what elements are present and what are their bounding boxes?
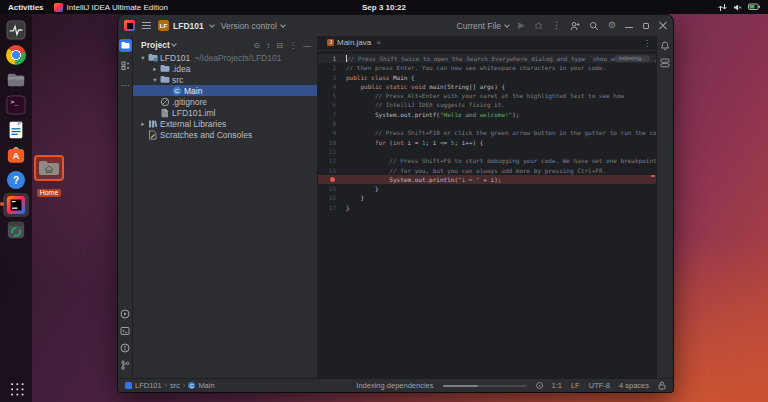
tree-item-lfd101[interactable]: ▾LFD101~/IdeaProjects/LFD101: [133, 52, 317, 63]
close-button[interactable]: [659, 22, 667, 30]
code-line-12[interactable]: 12 // Press Shift+F9 to start debugging …: [318, 156, 656, 165]
line-number[interactable]: 17: [318, 203, 340, 212]
tree-item-main[interactable]: CMain: [133, 85, 317, 96]
notifications-bell-icon[interactable]: [660, 41, 670, 51]
desktop-home-folder[interactable]: Home: [33, 155, 65, 199]
commit-tool-button[interactable]: [119, 59, 132, 72]
tree-item--idea[interactable]: ▸.idea: [133, 63, 317, 74]
hide-panel-icon[interactable]: —: [303, 41, 311, 50]
code-line-4[interactable]: 4 public static void main(String[] args)…: [318, 82, 656, 91]
git-branch-icon[interactable]: [119, 358, 132, 371]
line-number[interactable]: 4: [318, 82, 340, 91]
line-number[interactable]: 16: [318, 193, 340, 202]
line-number[interactable]: 6: [318, 100, 340, 109]
line-number[interactable]: 8: [318, 119, 340, 128]
dock-item-app-center[interactable]: A: [3, 143, 29, 167]
dock-item-terminal[interactable]: >_: [3, 93, 29, 117]
expanded-arrow-icon[interactable]: ▾: [139, 54, 147, 62]
terminal-tool-button[interactable]: [119, 324, 132, 337]
code-line-1[interactable]: 1// Press Shift twice to open the Search…: [318, 54, 656, 63]
line-number[interactable]: 10: [318, 138, 340, 147]
dock-item-libreoffice-writer[interactable]: [3, 118, 29, 142]
expand-icon[interactable]: ↕: [266, 41, 270, 50]
clock-button[interactable]: Sep 3 10:22: [0, 3, 768, 12]
code-line-8[interactable]: 8: [318, 119, 656, 128]
code-line-10[interactable]: 10 for (int i = 1; i <= 5; i++) {: [318, 138, 656, 147]
locate-file-icon[interactable]: ⊙: [254, 41, 261, 50]
code-line-11[interactable]: 11: [318, 147, 656, 156]
code-with-me-icon[interactable]: [570, 21, 580, 31]
code-line-14[interactable]: System.out.println("i = " + i);: [318, 175, 656, 184]
tree-item-scratches-and-consoles[interactable]: Scratches and Consoles: [133, 129, 317, 140]
line-number[interactable]: 13: [318, 166, 340, 175]
collapse-all-icon[interactable]: ⊟: [276, 41, 283, 50]
tab-main-java[interactable]: J Main.java ×: [323, 36, 385, 50]
indent-setting[interactable]: 4 spaces: [619, 381, 649, 390]
project-tool-button[interactable]: [119, 39, 132, 52]
tree-item-external-libraries[interactable]: ▸External Libraries: [133, 118, 317, 129]
tab-options-icon[interactable]: ⋮: [643, 39, 651, 48]
file-encoding[interactable]: UTF-8: [589, 381, 610, 390]
pause-indexing-icon[interactable]: [536, 382, 543, 389]
database-icon[interactable]: [660, 58, 670, 68]
dock-item-intellij-idea[interactable]: [3, 193, 29, 217]
code-line-6[interactable]: 6 // IntelliJ IDEA suggests fixing it.: [318, 100, 656, 109]
breakpoint-gutter[interactable]: [318, 175, 340, 184]
more-actions-icon[interactable]: ⋮: [552, 21, 561, 30]
run-config-selector[interactable]: Current File: [457, 21, 509, 31]
breadcrumb-main[interactable]: Main: [198, 381, 214, 390]
code-line-16[interactable]: 16 }: [318, 193, 656, 202]
line-number[interactable]: 1: [318, 54, 340, 63]
expanded-arrow-icon[interactable]: ▾: [151, 76, 159, 84]
collapsed-arrow-icon[interactable]: ▸: [151, 65, 159, 73]
tree-item--gitignore[interactable]: .gitignore: [133, 96, 317, 107]
tree-item-lfd101-iml[interactable]: LFD101.iml: [133, 107, 317, 118]
code-line-3[interactable]: 3public class Main {: [318, 73, 656, 82]
code-line-7[interactable]: 7 System.out.printf("Hello and welcome!"…: [318, 110, 656, 119]
project-widget[interactable]: LF LFD101: [158, 20, 214, 31]
main-menu-icon[interactable]: [142, 22, 151, 29]
breakpoint-dot[interactable]: [330, 177, 335, 182]
run-tool-button[interactable]: [119, 307, 132, 320]
code-line-5[interactable]: 5 // Press Alt+Enter with your caret at …: [318, 91, 656, 100]
panel-options-icon[interactable]: ⋮: [289, 41, 297, 50]
system-tray[interactable]: [718, 3, 768, 12]
file-writable-icon[interactable]: [658, 381, 666, 390]
tree-item-src[interactable]: ▾src: [133, 74, 317, 85]
line-number[interactable]: 11: [318, 147, 340, 156]
problems-tool-button[interactable]: [119, 341, 132, 354]
dock-item-software-updater[interactable]: [3, 218, 29, 242]
more-tool-windows-icon[interactable]: ⋯: [119, 79, 132, 92]
dock-item-chrome[interactable]: [3, 43, 29, 67]
line-number[interactable]: 5: [318, 91, 340, 100]
dock-item-files[interactable]: [3, 68, 29, 92]
code-line-17[interactable]: 17}: [318, 203, 656, 212]
breadcrumb-src[interactable]: src: [170, 381, 180, 390]
line-number[interactable]: 9: [318, 128, 340, 137]
collapsed-arrow-icon[interactable]: ▸: [139, 120, 147, 128]
code-line-15[interactable]: 15 }: [318, 184, 656, 193]
vcs-widget[interactable]: Version control: [221, 21, 285, 31]
search-icon[interactable]: [589, 21, 599, 31]
breadcrumb-project[interactable]: LFD101: [135, 381, 162, 390]
show-apps-button[interactable]: [9, 381, 24, 396]
line-number[interactable]: 15: [318, 184, 340, 193]
line-number[interactable]: 12: [318, 156, 340, 165]
close-tab-icon[interactable]: ×: [376, 38, 381, 47]
code-line-2[interactable]: 2// then press Enter. You can now see wh…: [318, 63, 656, 72]
line-number[interactable]: 2: [318, 63, 340, 72]
code-line-9[interactable]: 9 // Press Shift+F10 or click the green …: [318, 128, 656, 137]
line-number[interactable]: 7: [318, 110, 340, 119]
code-line-13[interactable]: 13 // for you, but you can always add mo…: [318, 166, 656, 175]
project-panel-title[interactable]: Project: [141, 40, 170, 50]
maximize-button[interactable]: [642, 22, 650, 30]
dock-item-help[interactable]: ?: [3, 168, 29, 192]
dock-item-system-monitor[interactable]: [3, 18, 29, 42]
run-button[interactable]: ▶: [518, 21, 525, 30]
code-editor[interactable]: 1// Press Shift twice to open the Search…: [318, 51, 656, 378]
line-number[interactable]: 3: [318, 73, 340, 82]
caret-position[interactable]: 1:1: [552, 381, 562, 390]
settings-gear-icon[interactable]: ⚙: [608, 21, 616, 30]
debug-button[interactable]: [534, 21, 543, 30]
line-separator[interactable]: LF: [571, 381, 580, 390]
